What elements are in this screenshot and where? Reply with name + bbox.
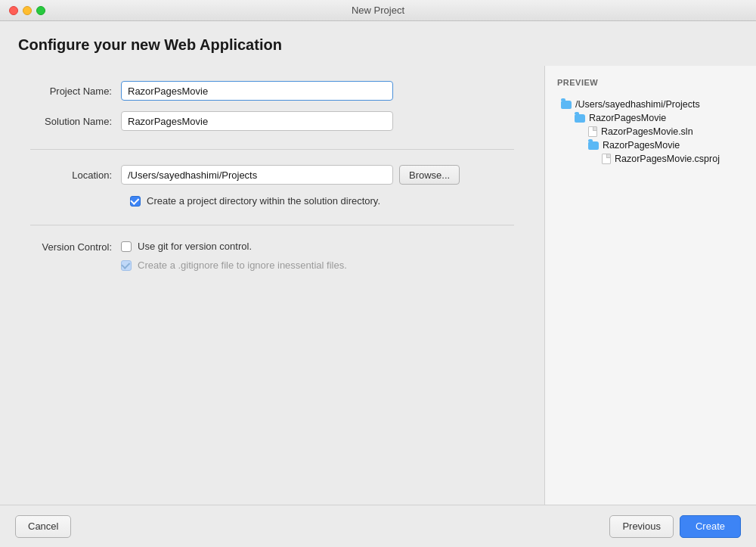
- content-area: Project Name: Solution Name: Location: B…: [0, 66, 756, 505]
- vc-label: Version Control:: [30, 241, 121, 253]
- create-dir-checkbox[interactable]: [130, 196, 141, 207]
- vc-options: Use git for version control. Create a .g…: [121, 241, 347, 271]
- bottom-right: Previous Create: [609, 515, 741, 538]
- tree-item-label: /Users/sayedhashimi/Projects: [575, 99, 700, 110]
- right-panel: PREVIEW /Users/sayedhashimi/Projects Raz…: [544, 66, 756, 505]
- list-item: RazorPagesMovie: [557, 138, 744, 152]
- main-content: Configure your new Web Application Proje…: [0, 21, 756, 505]
- location-row: Location: Browse...: [30, 165, 514, 185]
- file-icon: [602, 154, 611, 164]
- page-title: Configure your new Web Application: [0, 21, 756, 66]
- bottom-bar: Cancel Previous Create: [0, 505, 756, 547]
- create-dir-checkbox-container[interactable]: Create a project directory within the so…: [130, 195, 380, 207]
- title-bar: New Project: [0, 0, 756, 21]
- bottom-left: Cancel: [15, 515, 71, 538]
- location-label: Location:: [30, 169, 121, 181]
- window-title: New Project: [352, 5, 404, 16]
- gitignore-checkbox[interactable]: [121, 260, 132, 271]
- divider-1: [30, 149, 514, 150]
- use-git-container[interactable]: Use git for version control.: [121, 241, 347, 252]
- list-item: /Users/sayedhashimi/Projects: [557, 98, 744, 111]
- solution-name-row: Solution Name:: [30, 111, 514, 131]
- list-item: RazorPagesMovie: [557, 111, 744, 125]
- project-name-label: Project Name:: [30, 85, 121, 97]
- version-control-section: Version Control: Use git for version con…: [30, 241, 514, 271]
- solution-name-label: Solution Name:: [30, 116, 121, 127]
- create-button[interactable]: Create: [680, 515, 741, 538]
- folder-icon: [588, 141, 599, 150]
- cancel-button[interactable]: Cancel: [15, 515, 71, 538]
- vc-row: Version Control: Use git for version con…: [30, 241, 514, 271]
- use-git-checkbox[interactable]: [121, 241, 132, 252]
- location-section: Location: Browse... Create a project dir…: [30, 165, 514, 207]
- file-icon: [588, 126, 597, 137]
- create-dir-row: Create a project directory within the so…: [130, 195, 514, 207]
- maximize-button[interactable]: [36, 6, 45, 15]
- create-dir-label: Create a project directory within the so…: [147, 195, 380, 207]
- project-name-row: Project Name:: [30, 81, 514, 101]
- browse-button[interactable]: Browse...: [399, 165, 460, 185]
- folder-icon: [575, 114, 585, 123]
- preview-title: PREVIEW: [557, 78, 744, 87]
- tree-item-label: RazorPagesMovie.csproj: [615, 154, 720, 164]
- divider-2: [30, 225, 514, 225]
- traffic-lights: [9, 6, 45, 15]
- minimize-button[interactable]: [23, 6, 32, 15]
- list-item: RazorPagesMovie.sln: [557, 125, 744, 138]
- folder-icon: [561, 101, 572, 109]
- project-name-input[interactable]: [121, 81, 393, 101]
- use-git-label: Use git for version control.: [138, 241, 252, 252]
- gitignore-label: Create a .gitignore file to ignore iness…: [138, 260, 347, 271]
- tree-item-label: RazorPagesMovie.sln: [601, 126, 693, 137]
- gitignore-container[interactable]: Create a .gitignore file to ignore iness…: [121, 260, 347, 271]
- name-section: Project Name: Solution Name:: [30, 81, 514, 131]
- list-item: RazorPagesMovie.csproj: [557, 152, 744, 166]
- file-tree: /Users/sayedhashimi/Projects RazorPagesM…: [557, 98, 744, 166]
- tree-item-label: RazorPagesMovie: [603, 140, 680, 151]
- previous-button[interactable]: Previous: [609, 515, 674, 538]
- close-button[interactable]: [9, 6, 18, 15]
- solution-name-input[interactable]: [121, 111, 393, 131]
- left-panel: Project Name: Solution Name: Location: B…: [0, 66, 544, 505]
- tree-item-label: RazorPagesMovie: [589, 113, 666, 123]
- location-input[interactable]: [121, 165, 393, 185]
